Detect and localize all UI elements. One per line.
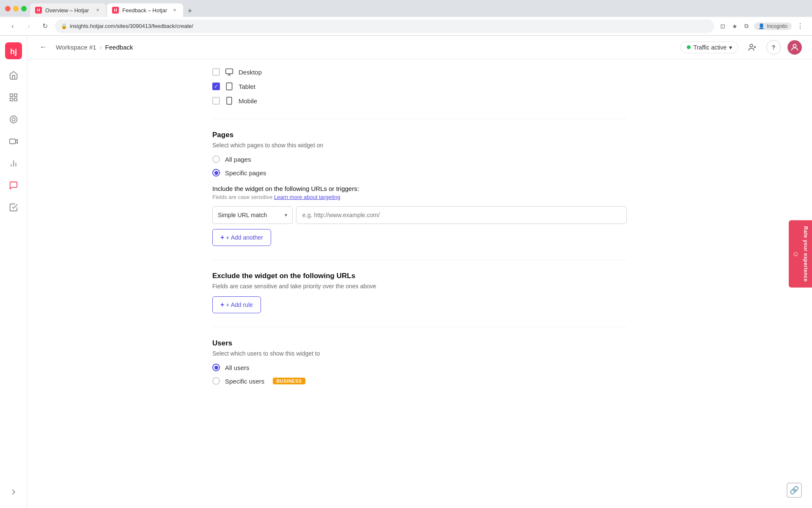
tab-feedback-label: Feedback – Hotjar	[122, 7, 167, 14]
specific-users-radio[interactable]	[212, 377, 220, 385]
device-option-mobile[interactable]: Mobile	[212, 97, 627, 105]
svg-point-7	[12, 118, 15, 121]
svg-point-12	[750, 44, 753, 47]
tablet-icon	[225, 82, 233, 91]
help-button[interactable]: ?	[766, 40, 781, 55]
breadcrumb-current-page: Feedback	[105, 44, 133, 51]
traffic-status-indicator[interactable]: Traffic active ▾	[680, 41, 738, 53]
screen-cast-icon[interactable]: ⊡	[719, 22, 727, 30]
device-option-tablet[interactable]: Tablet	[212, 82, 627, 91]
sidebar-item-dashboard[interactable]	[4, 88, 23, 107]
tab-overview-label: Overview – Hotjar	[45, 7, 89, 14]
breadcrumb-separator: ›	[100, 44, 102, 51]
url-select-chevron-icon: ▾	[285, 212, 287, 218]
app-container: hj ←	[0, 36, 812, 508]
mobile-icon	[225, 97, 233, 105]
extension-puzzle-icon[interactable]: ⧉	[742, 22, 751, 30]
back-nav-button[interactable]: ‹	[7, 20, 19, 32]
desktop-label: Desktop	[239, 69, 262, 76]
all-users-label: All users	[225, 364, 250, 371]
rate-experience-label: Rate your experience	[803, 226, 809, 282]
breadcrumb-workspace[interactable]: Workspace #1	[56, 44, 96, 51]
traffic-label: Traffic active	[693, 44, 727, 51]
sidebar-item-expand[interactable]	[4, 483, 23, 501]
sidebar-item-heatmaps[interactable]	[4, 110, 23, 129]
add-rule-plus-icon: +	[220, 301, 224, 309]
pages-section-subtitle: Select which pages to show this widget o…	[212, 142, 627, 149]
desktop-checkbox[interactable]	[212, 68, 220, 76]
hotjar-favicon-2: H	[112, 7, 119, 14]
tab-overview[interactable]: H Overview – Hotjar ×	[30, 3, 106, 17]
users-section-subtitle: Select which users to show this widget t…	[212, 350, 627, 357]
radio-all-pages[interactable]: All pages	[212, 155, 627, 163]
tabs-bar: H Overview – Hotjar × H Feedback – Hotja…	[30, 0, 787, 17]
sidebar-item-recordings[interactable]	[4, 132, 23, 151]
traffic-dot	[687, 45, 691, 49]
all-pages-label: All pages	[225, 156, 251, 163]
maximize-window-btn[interactable]	[21, 6, 27, 11]
sidebar-item-surveys[interactable]	[4, 198, 23, 217]
content-area: Desktop Tablet Mobile	[195, 59, 644, 432]
minimize-window-btn[interactable]	[13, 6, 19, 11]
svg-text:hj: hj	[10, 47, 17, 56]
forward-nav-button[interactable]: ›	[23, 20, 35, 32]
rate-experience-sidebar[interactable]: Rate your experience ☺	[789, 220, 812, 287]
svg-point-15	[793, 44, 796, 47]
device-option-desktop[interactable]: Desktop	[212, 68, 627, 76]
specific-pages-radio[interactable]	[212, 169, 220, 177]
browser-toolbar-icons: ⊡ ★ ⧉ 👤 Incognito ⋮	[719, 21, 805, 31]
mobile-checkbox[interactable]	[212, 97, 220, 105]
close-window-btn[interactable]	[5, 6, 11, 11]
users-section-title: Users	[212, 339, 627, 348]
svg-rect-16	[226, 69, 233, 74]
radio-specific-pages[interactable]: Specific pages	[212, 169, 627, 177]
tab-overview-close[interactable]: ×	[94, 7, 101, 14]
bookmark-star-icon[interactable]: ★	[730, 22, 739, 30]
url-match-type-select[interactable]: Simple URL match ▾	[212, 206, 293, 224]
address-text: insights.hotjar.com/sites/3090413/feedba…	[70, 23, 193, 29]
address-input[interactable]: 🔒 insights.hotjar.com/sites/3090413/feed…	[55, 19, 714, 33]
divider-exclude-users	[212, 327, 627, 327]
tablet-checkbox[interactable]	[212, 83, 220, 90]
exclude-urls-title: Exclude the widget on the following URLs	[212, 272, 627, 280]
new-tab-button[interactable]: +	[184, 5, 196, 17]
hotjar-logo[interactable]: hj	[5, 42, 22, 59]
exclude-urls-subtitle: Fields are case sensitive and take prior…	[212, 283, 627, 290]
add-user-button[interactable]	[745, 40, 760, 55]
sidebar: hj	[0, 36, 27, 508]
pages-section-title: Pages	[212, 131, 627, 139]
svg-rect-2	[10, 94, 12, 97]
rate-experience-icon: ☺	[792, 250, 799, 258]
user-avatar[interactable]	[787, 40, 802, 55]
devices-section: Desktop Tablet Mobile	[212, 59, 627, 105]
url-input-field[interactable]	[296, 206, 627, 224]
learn-more-link[interactable]: Learn more about targeting	[274, 194, 340, 200]
tab-feedback[interactable]: H Feedback – Hotjar ×	[107, 3, 183, 17]
add-rule-button[interactable]: + + Add rule	[212, 296, 261, 313]
svg-rect-5	[14, 98, 16, 101]
specific-pages-label: Specific pages	[225, 169, 266, 177]
main-content: Desktop Tablet Mobile	[27, 59, 812, 508]
sidebar-item-feedback[interactable]	[4, 176, 23, 195]
browser-chrome: H Overview – Hotjar × H Feedback – Hotja…	[0, 0, 812, 36]
sidebar-item-analytics[interactable]	[4, 154, 23, 173]
radio-specific-users[interactable]: Specific users BUSINESS	[212, 377, 627, 385]
back-button[interactable]: ←	[37, 41, 49, 53]
browser-more-button[interactable]: ⋮	[795, 21, 805, 31]
tab-feedback-close[interactable]: ×	[171, 7, 178, 14]
svg-rect-19	[226, 83, 232, 90]
exclude-urls-section: Exclude the widget on the following URLs…	[212, 272, 627, 313]
sidebar-item-home[interactable]	[4, 66, 23, 85]
traffic-lights	[5, 6, 27, 11]
top-nav-right: Traffic active ▾ ?	[680, 40, 802, 55]
radio-all-users[interactable]: All users	[212, 364, 627, 371]
desktop-icon	[225, 68, 233, 76]
copy-link-button[interactable]: 🔗	[787, 483, 802, 498]
all-users-radio[interactable]	[212, 364, 220, 371]
hotjar-favicon: H	[35, 7, 42, 14]
address-bar: ‹ › ↻ 🔒 insights.hotjar.com/sites/309041…	[0, 17, 812, 36]
refresh-button[interactable]: ↻	[39, 20, 51, 32]
all-pages-radio[interactable]	[212, 155, 220, 163]
add-another-button[interactable]: + + Add another	[212, 229, 271, 246]
business-badge: BUSINESS	[273, 378, 305, 384]
